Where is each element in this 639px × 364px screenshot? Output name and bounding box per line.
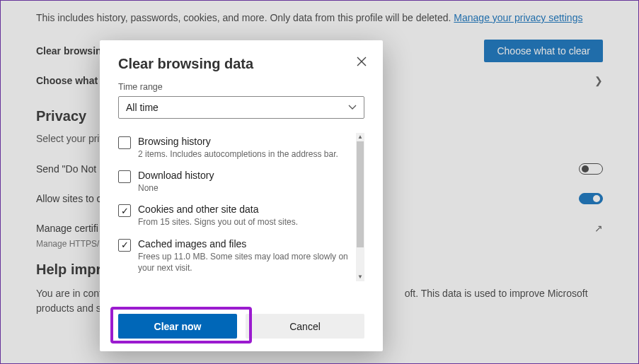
- time-range-value: All time: [126, 102, 159, 113]
- time-range-label: Time range: [118, 82, 364, 92]
- checkbox-title: Cookies and other site data: [138, 204, 298, 215]
- intro-copy: This includes history, passwords, cookie…: [36, 12, 454, 23]
- clear-now-button[interactable]: Clear now: [118, 314, 237, 339]
- chevron-right-icon: ❯: [594, 75, 603, 86]
- cancel-button[interactable]: Cancel: [246, 314, 364, 339]
- close-icon: [357, 57, 367, 66]
- chevron-down-icon: [348, 102, 357, 112]
- checkbox-checked-icon: ✓: [118, 239, 131, 252]
- dnt-label: Send "Do Not: [36, 163, 96, 175]
- checkbox-title: Browsing history: [138, 136, 338, 147]
- checkbox-download-history[interactable]: Download history None: [118, 167, 355, 201]
- scrollbar-vertical[interactable]: ▲ ▼: [356, 133, 364, 281]
- choose-what-to-clear-button[interactable]: Choose what to clear: [484, 40, 603, 62]
- checkbox-title: Cached images and files: [138, 238, 355, 249]
- scroll-up-arrow-icon: ▲: [356, 133, 364, 141]
- checkbox-browsing-history[interactable]: Browsing history 2 items. Includes autoc…: [118, 133, 355, 167]
- open-external-icon: ↗: [594, 223, 603, 234]
- clear-browsing-label: Clear browsing: [36, 45, 108, 57]
- dialog-close-button[interactable]: [352, 52, 372, 71]
- data-types-list: Browsing history 2 items. Includes autoc…: [118, 133, 364, 281]
- checkbox-cookies[interactable]: ✓ Cookies and other site data From 15 si…: [118, 201, 355, 235]
- time-range-select[interactable]: All time: [118, 96, 364, 119]
- intro-text: This includes history, passwords, cookie…: [36, 12, 603, 23]
- dialog-footer: Clear now Cancel: [100, 314, 383, 339]
- manage-cert-label: Manage certifi: [36, 223, 98, 234]
- dialog-title: Clear browsing data: [118, 56, 364, 72]
- checkbox-cached[interactable]: ✓ Cached images and files Frees up 11.0 …: [118, 235, 355, 281]
- help-pre: You are in cont: [36, 288, 102, 299]
- choose-on-close-label: Choose what to: [36, 75, 110, 86]
- checkbox-desc: 2 items. Includes autocompletions in the…: [138, 148, 338, 160]
- clear-browsing-data-dialog: Clear browsing data Time range All time …: [100, 40, 383, 351]
- manage-privacy-link[interactable]: Manage your privacy settings: [454, 12, 582, 23]
- checkbox-checked-icon: ✓: [118, 204, 131, 217]
- scroll-down-arrow-icon: ▼: [356, 273, 364, 281]
- checkbox-icon: [118, 170, 131, 183]
- checkbox-desc: Frees up 11.0 MB. Some sites may load mo…: [138, 251, 355, 274]
- dnt-toggle[interactable]: [579, 163, 603, 175]
- allow-sites-label: Allow sites to c: [36, 193, 102, 204]
- checkbox-icon: [118, 136, 131, 149]
- checkbox-desc: From 15 sites. Signs you out of most sit…: [138, 216, 298, 228]
- checkbox-title: Download history: [138, 170, 214, 181]
- allow-sites-toggle[interactable]: [579, 193, 603, 204]
- checkbox-desc: None: [138, 182, 214, 194]
- scrollbar-thumb[interactable]: [357, 141, 364, 247]
